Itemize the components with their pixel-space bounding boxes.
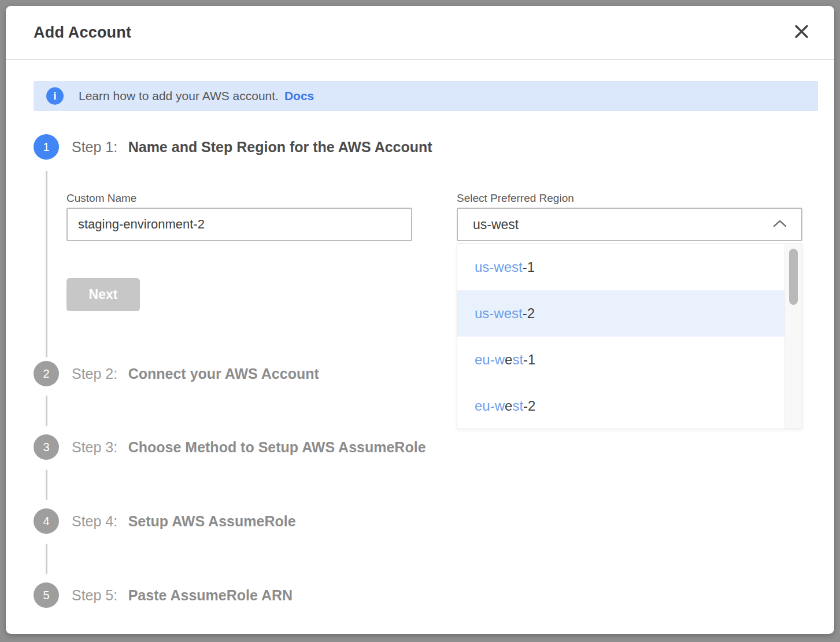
- step-5-title: Paste AssumeRole ARN: [128, 587, 293, 603]
- region-label: Select Preferred Region: [457, 192, 574, 205]
- region-option-us-west-1[interactable]: us-west-1: [457, 244, 785, 290]
- rest-text: e: [505, 352, 512, 368]
- dropdown-scrollbar-thumb[interactable]: [789, 249, 798, 305]
- custom-name-input[interactable]: [66, 208, 412, 241]
- rest-text: -2: [523, 398, 535, 414]
- modal-header: Add Account: [6, 6, 834, 60]
- step-3-badge: 3: [34, 434, 59, 460]
- step-5-label: Step 5:: [72, 587, 117, 603]
- add-account-modal: Add Account i Learn how to add your AWS …: [6, 6, 834, 634]
- step-4-badge: 4: [34, 508, 59, 534]
- region-option-eu-west-1[interactable]: eu-west-1: [457, 337, 785, 383]
- step-row-2: 2 Step 2: Connect your AWS Account: [34, 361, 319, 386]
- step-connector-2: [46, 396, 47, 426]
- step-4-title: Setup AWS AssumeRole: [128, 513, 296, 529]
- match-text: st: [512, 352, 523, 368]
- region-option-us-west-2[interactable]: us-west-2: [457, 290, 785, 337]
- region-option-eu-west-2[interactable]: eu-west-2: [457, 383, 785, 429]
- step-row-4: 4 Step 4: Setup AWS AssumeRole: [34, 508, 296, 534]
- chevron-up-icon: [772, 219, 787, 230]
- rest-text: e: [505, 398, 512, 414]
- step-2-label: Step 2:: [72, 366, 117, 382]
- next-button[interactable]: Next: [66, 278, 140, 311]
- close-icon: [794, 24, 809, 41]
- step-connector-1: [46, 171, 47, 357]
- rest-text: -2: [523, 305, 535, 322]
- match-text: us-west: [475, 259, 523, 275]
- modal-title: Add Account: [34, 24, 131, 42]
- banner-text: Learn how to add your AWS account.: [79, 89, 279, 103]
- docs-link[interactable]: Docs: [284, 89, 314, 103]
- step-1-badge: 1: [34, 134, 59, 160]
- match-text: us-west: [475, 305, 523, 322]
- dropdown-scrollbar-track[interactable]: [785, 244, 802, 429]
- region-select-value: us-west: [473, 217, 519, 233]
- step-3-label: Step 3:: [72, 439, 117, 455]
- step-connector-4: [46, 544, 47, 574]
- step-1-heading: Step 1: Name and Step Region for the AWS…: [72, 139, 432, 156]
- step-row-3: 3 Step 3: Choose Method to Setup AWS Ass…: [34, 434, 426, 460]
- close-button[interactable]: [791, 23, 811, 42]
- region-dropdown: us-west-1 us-west-2 eu-west-1 eu-west-2: [457, 243, 802, 429]
- region-option-list: us-west-1 us-west-2 eu-west-1 eu-west-2: [457, 244, 785, 429]
- step-1-title: Name and Step Region for the AWS Account: [128, 139, 432, 155]
- match-text: eu-w: [475, 398, 505, 414]
- step-2-heading: Step 2: Connect your AWS Account: [72, 366, 319, 382]
- custom-name-label: Custom Name: [66, 192, 136, 205]
- step-2-badge: 2: [34, 361, 59, 386]
- step-connector-3: [46, 470, 47, 500]
- step-5-heading: Step 5: Paste AssumeRole ARN: [72, 587, 293, 604]
- step-5-badge: 5: [34, 582, 59, 608]
- region-select[interactable]: us-west: [457, 208, 802, 241]
- step-4-heading: Step 4: Setup AWS AssumeRole: [72, 513, 296, 530]
- match-text: eu-w: [475, 352, 505, 368]
- info-icon: i: [46, 87, 64, 105]
- step-2-title: Connect your AWS Account: [128, 366, 319, 382]
- rest-text: -1: [523, 259, 535, 275]
- match-text: st: [512, 398, 523, 414]
- step-4-label: Step 4:: [72, 513, 117, 529]
- step-1-label: Step 1:: [72, 139, 117, 155]
- step-row-1: 1 Step 1: Name and Step Region for the A…: [34, 134, 432, 160]
- step-3-heading: Step 3: Choose Method to Setup AWS Assum…: [72, 439, 426, 456]
- rest-text: -1: [523, 352, 535, 368]
- step-row-5: 5 Step 5: Paste AssumeRole ARN: [34, 582, 293, 608]
- info-banner: i Learn how to add your AWS account. Doc…: [34, 81, 818, 111]
- step-3-title: Choose Method to Setup AWS AssumeRole: [128, 439, 426, 455]
